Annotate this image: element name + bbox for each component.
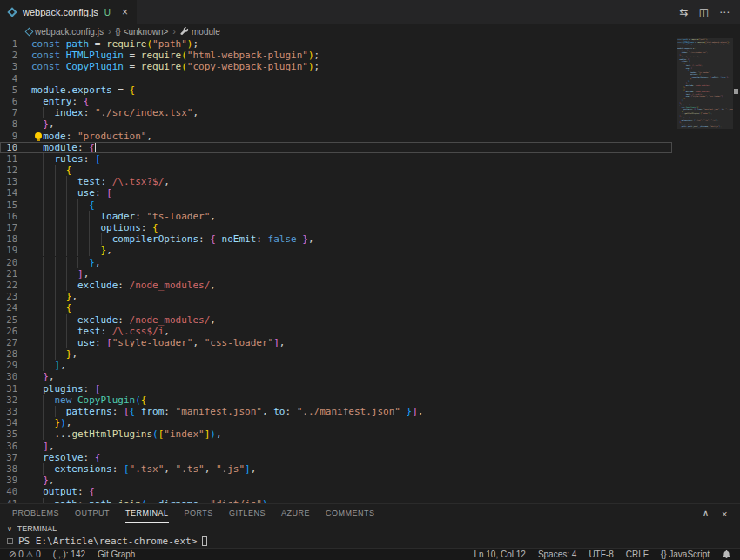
code-line[interactable]: 23 }, (0, 291, 672, 302)
code-line[interactable]: 9 mode: "production", (0, 131, 672, 142)
code-line[interactable]: 37 resolve: { (0, 452, 672, 463)
line-number[interactable]: 1 (0, 38, 31, 50)
code-line[interactable]: 19 }, (0, 245, 672, 256)
code-line[interactable]: 30 }, (0, 371, 672, 382)
line-number[interactable]: 9 (0, 131, 31, 142)
tab-close-icon[interactable]: × (122, 7, 128, 17)
code-line[interactable]: 28 }, (0, 348, 672, 360)
lightbulb-icon[interactable] (35, 132, 42, 139)
breadcrumb-item-0[interactable]: webpack.config.js (26, 27, 104, 37)
editor[interactable]: 1const path = require("path");2const HTM… (0, 38, 740, 503)
line-number[interactable]: 27 (0, 337, 31, 348)
line-number[interactable]: 37 (0, 452, 31, 463)
code-line[interactable]: 35 ...getHtmlPlugins(["index"]), (0, 428, 672, 440)
line-number[interactable]: 34 (0, 417, 31, 428)
more-actions-icon[interactable]: ⋯ (719, 7, 730, 17)
code-lines[interactable]: 1const path = require("path");2const HTM… (0, 38, 672, 503)
line-number[interactable]: 14 (0, 187, 31, 199)
code-line[interactable]: 38 extensions: [".tsx", ".ts", ".js"], (0, 463, 672, 475)
breadcrumb-item-2[interactable]: module (180, 27, 220, 37)
code-line[interactable]: 17 options: { (0, 222, 672, 233)
line-number[interactable]: 29 (0, 360, 31, 371)
code-line[interactable]: 14 use: [ (0, 187, 672, 199)
code-line[interactable]: 22 exclude: /node_modules/, (0, 280, 672, 291)
maximize-panel-icon[interactable]: ∧ (703, 508, 710, 519)
open-changes-icon[interactable]: ⇆ (680, 7, 689, 17)
code-line[interactable]: 7 index: "./src/index.tsx", (0, 107, 672, 118)
code-line[interactable]: 39 }, (0, 475, 672, 486)
code-line[interactable]: 5module.exports = { (0, 84, 672, 96)
problems-status[interactable]: ⊘ 0 ⚠ 0 (9, 550, 41, 559)
panel-tab-output[interactable]: OUTPUT (75, 504, 110, 523)
breadcrumb-item-1[interactable]: <unknown> (116, 27, 169, 37)
line-number[interactable]: 26 (0, 326, 31, 337)
line-number[interactable]: 24 (0, 302, 31, 314)
code-line[interactable]: 6 entry: { (0, 96, 672, 107)
line-number[interactable]: 4 (0, 73, 31, 84)
terminal-section-header[interactable]: ∨ TERMINAL (0, 523, 740, 535)
code-line[interactable]: 18 compilerOptions: { noEmit: false }, (0, 233, 672, 245)
line-number[interactable]: 17 (0, 222, 31, 233)
line-number[interactable]: 19 (0, 245, 31, 256)
panel-tab-ports[interactable]: PORTS (185, 504, 213, 523)
line-number[interactable]: 6 (0, 96, 31, 107)
line-number[interactable]: 3 (0, 61, 31, 72)
code-line[interactable]: 25 exclude: /node_modules/, (0, 314, 672, 326)
terminal[interactable]: PS E:\Article\react-chrome-ext> (0, 535, 740, 548)
panel-tab-comments[interactable]: COMMENTS (326, 504, 375, 523)
code-line[interactable]: 10 module: { (0, 142, 672, 153)
line-number[interactable]: 22 (0, 280, 31, 291)
line-number[interactable]: 20 (0, 257, 31, 268)
code-line[interactable]: 20 }, (0, 257, 672, 268)
code-line[interactable]: 31 plugins: [ (0, 383, 672, 395)
code-line[interactable]: 32 new CopyPlugin({ (0, 395, 672, 406)
code-line[interactable]: 21 ], (0, 268, 672, 280)
code-line[interactable]: 41 path: path.join(__dirname, "dist/js")… (0, 498, 672, 504)
minimap[interactable]: const path = require("path");const HTMLP… (677, 38, 733, 503)
code-line[interactable]: 33 patterns: [{ from: "manifest.json", t… (0, 406, 672, 417)
git-graph-status[interactable]: Git Graph (98, 550, 135, 559)
line-number[interactable]: 41 (0, 498, 31, 504)
split-editor-icon[interactable]: ◫ (699, 7, 709, 17)
counter-status[interactable]: (.,.): 142 (53, 550, 85, 559)
language-status[interactable]: {} JavaScript (661, 550, 710, 559)
line-number[interactable]: 21 (0, 268, 31, 280)
code-line[interactable]: 1const path = require("path"); (0, 38, 672, 50)
line-number[interactable]: 40 (0, 486, 31, 497)
line-number[interactable]: 38 (0, 463, 31, 475)
line-number[interactable]: 23 (0, 291, 31, 302)
code-line[interactable]: 40 output: { (0, 486, 672, 497)
line-number[interactable]: 7 (0, 107, 31, 118)
code-line[interactable]: 8 }, (0, 118, 672, 130)
line-number[interactable]: 2 (0, 50, 31, 61)
panel-tab-gitlens[interactable]: GITLENS (229, 504, 266, 523)
eol-status[interactable]: CRLF (626, 550, 649, 559)
line-number[interactable]: 16 (0, 211, 31, 222)
close-panel-icon[interactable]: × (722, 509, 728, 519)
encoding-status[interactable]: UTF-8 (589, 550, 613, 559)
code-line[interactable]: 4 (0, 73, 672, 84)
code-line[interactable]: 36 ], (0, 441, 672, 452)
code-line[interactable]: 13 test: /\.tsx?$/, (0, 176, 672, 187)
line-number[interactable]: 15 (0, 199, 31, 211)
cursor-position-status[interactable]: Ln 10, Col 12 (474, 550, 526, 559)
overview-ruler-scrollbar[interactable] (733, 38, 740, 503)
line-number[interactable]: 10 (0, 142, 31, 153)
code-line[interactable]: 15 { (0, 199, 672, 211)
line-number[interactable]: 33 (0, 406, 31, 417)
line-number[interactable]: 5 (0, 84, 31, 96)
line-number[interactable]: 35 (0, 428, 31, 440)
panel-tab-azure[interactable]: AZURE (281, 504, 310, 523)
indentation-status[interactable]: Spaces: 4 (538, 550, 576, 559)
chevron-down-icon[interactable]: ∨ (7, 525, 12, 533)
line-number[interactable]: 30 (0, 371, 31, 382)
line-number[interactable]: 36 (0, 441, 31, 452)
line-number[interactable]: 32 (0, 395, 31, 406)
line-number[interactable]: 28 (0, 348, 31, 360)
line-number[interactable]: 31 (0, 383, 31, 395)
code-line[interactable]: 12 { (0, 165, 672, 176)
code-line[interactable]: 24 { (0, 302, 672, 314)
minimap-slider[interactable] (677, 38, 733, 129)
code-line[interactable]: 26 test: /\.css$/i, (0, 326, 672, 337)
code-line[interactable]: 2const HTMLPlugin = require("html-webpac… (0, 50, 672, 61)
